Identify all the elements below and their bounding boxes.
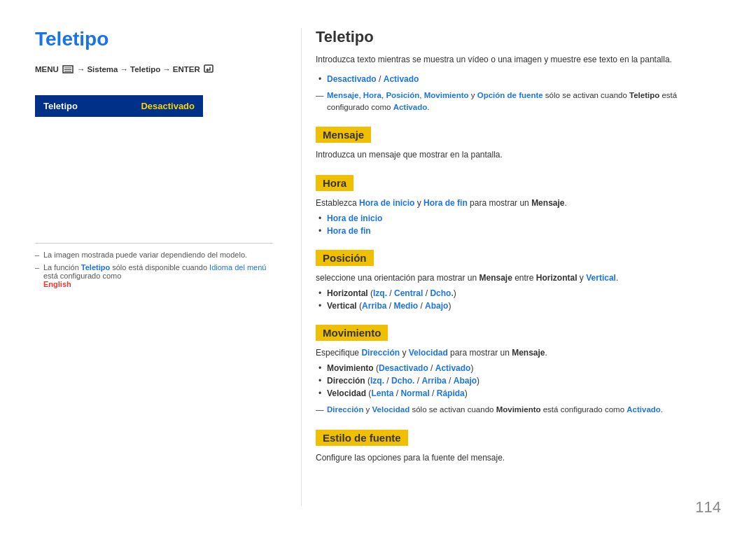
hora-bullet-1: Hora de inicio xyxy=(327,213,721,223)
intro-text: Introduzca texto mientras se muestra un … xyxy=(316,53,721,66)
enter-text: ENTER xyxy=(173,65,200,73)
heading-posicion: Posición xyxy=(316,250,374,266)
arrow3: → xyxy=(162,65,171,73)
movimiento-note: Dirección y Velocidad sólo se activan cu… xyxy=(316,404,721,416)
enter-icon xyxy=(204,64,214,74)
left-footer: La imagen mostrada puede variar dependie… xyxy=(35,243,273,288)
teletipo-bar-value: Desactivado xyxy=(141,101,195,111)
teletipo-path-text: Teletipo xyxy=(130,65,160,73)
left-panel: Teletipo MENU → Sistema → Teletipo → ENT… xyxy=(35,28,301,506)
body-posicion: seleccione una orientación para mostrar … xyxy=(316,272,721,284)
heading-hora: Hora xyxy=(316,175,354,191)
movimiento-bullet-2: Dirección (Izq. / Dcho. / Arriba / Abajo… xyxy=(327,376,721,386)
right-panel: Teletipo Introduzca texto mientras se mu… xyxy=(301,28,721,506)
menu-icon-symbol xyxy=(61,65,75,73)
posicion-bullet-1: Horizontal (Izq. / Central / Dcho.) xyxy=(327,288,721,298)
intro-bullet-1: Desactivado / Activado xyxy=(327,74,721,84)
footer-note2: La función Teletipo sólo está disponible… xyxy=(35,263,273,288)
intro-note: Mensaje, Hora, Posición, Movimiento y Op… xyxy=(316,90,721,114)
arrow1: → xyxy=(77,65,85,73)
page-number: 114 xyxy=(695,498,721,517)
body-mensaje: Introduzca un mensaje que mostrar en la … xyxy=(316,148,721,161)
section-hora: Hora Establezca Hora de inicio y Hora de… xyxy=(316,168,721,236)
hora-bullets: Hora de inicio Hora de fin xyxy=(316,213,721,236)
menu-path: MENU → Sistema → Teletipo → ENTER xyxy=(35,64,273,74)
heading-mensaje: Mensaje xyxy=(316,127,371,143)
heading-estilo-fuente: Estilo de fuente xyxy=(316,430,408,446)
footer-note1: La imagen mostrada puede variar dependie… xyxy=(35,251,273,259)
posicion-bullets: Horizontal (Izq. / Central / Dcho.) Vert… xyxy=(316,288,721,311)
hora-bullet-2: Hora de fin xyxy=(327,226,721,236)
sistema-text: Sistema xyxy=(87,65,118,73)
body-movimiento: Especifique Dirección y Velocidad para m… xyxy=(316,346,721,359)
heading-movimiento: Movimiento xyxy=(316,325,388,341)
section-mensaje: Mensaje Introduzca un mensaje que mostra… xyxy=(316,120,721,161)
body-hora: Establezca Hora de inicio y Hora de fin … xyxy=(316,197,721,209)
teletipo-bar[interactable]: Teletipo Desactivado xyxy=(35,95,203,117)
movimiento-bullet-1: Movimiento (Desactivado / Activado) xyxy=(327,363,721,373)
svg-rect-4 xyxy=(204,65,213,72)
section-posicion: Posición seleccione una orientación para… xyxy=(316,243,721,311)
section-estilo-fuente: Estilo de fuente Configure las opciones … xyxy=(316,423,721,464)
movimiento-bullets: Movimiento (Desactivado / Activado) Dire… xyxy=(316,363,721,398)
left-title: Teletipo xyxy=(35,28,273,50)
right-title: Teletipo xyxy=(316,28,721,46)
page-container: Teletipo MENU → Sistema → Teletipo → ENT… xyxy=(0,0,756,534)
menu-prefix: MENU xyxy=(35,65,59,73)
body-estilo-fuente: Configure las opciones para la fuente de… xyxy=(316,451,721,464)
section-movimiento: Movimiento Especifique Dirección y Veloc… xyxy=(316,318,721,416)
arrow2: → xyxy=(120,65,128,73)
teletipo-bar-label: Teletipo xyxy=(43,101,78,111)
intro-bullet-list: Desactivado / Activado xyxy=(316,74,721,84)
posicion-bullet-2: Vertical (Arriba / Medio / Abajo) xyxy=(327,301,721,311)
movimiento-bullet-3: Velocidad (Lenta / Normal / Rápida) xyxy=(327,388,721,398)
